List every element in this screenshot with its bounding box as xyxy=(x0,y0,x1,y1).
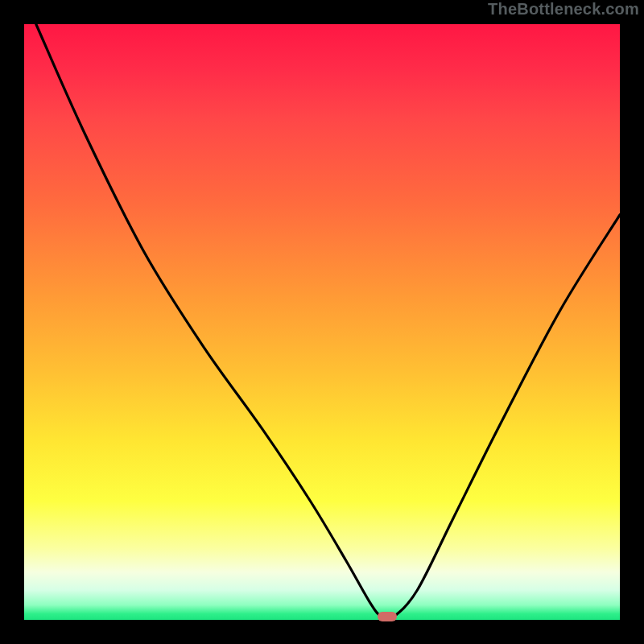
optimal-point-marker xyxy=(378,612,397,621)
chart-plot-area xyxy=(24,24,620,620)
chart-frame xyxy=(11,11,633,633)
watermark-text: TheBottleneck.com xyxy=(488,0,639,19)
bottleneck-curve xyxy=(24,24,620,620)
